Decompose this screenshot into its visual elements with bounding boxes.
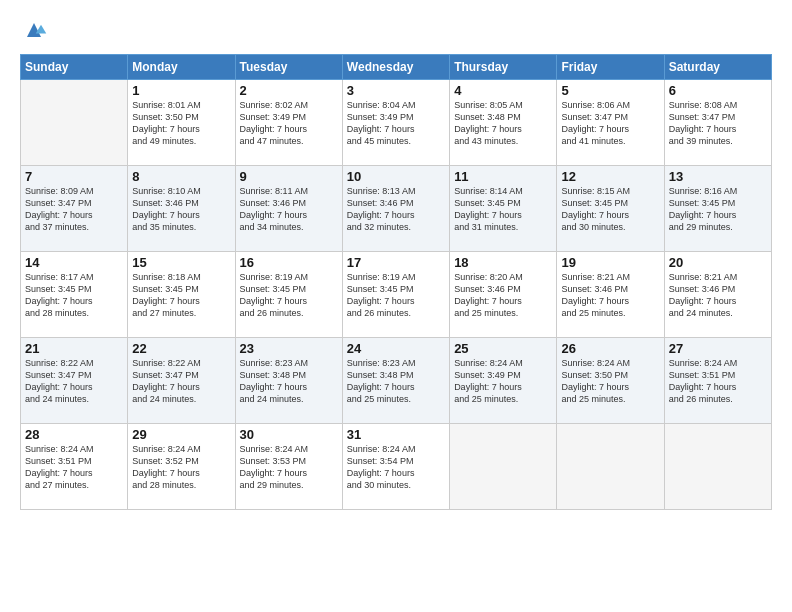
calendar-cell: 4Sunrise: 8:05 AM Sunset: 3:48 PM Daylig…	[450, 80, 557, 166]
day-number: 16	[240, 255, 338, 270]
calendar-cell	[557, 424, 664, 510]
day-info: Sunrise: 8:10 AM Sunset: 3:46 PM Dayligh…	[132, 185, 230, 234]
day-info: Sunrise: 8:19 AM Sunset: 3:45 PM Dayligh…	[240, 271, 338, 320]
calendar-cell: 18Sunrise: 8:20 AM Sunset: 3:46 PM Dayli…	[450, 252, 557, 338]
day-number: 19	[561, 255, 659, 270]
calendar-week-row: 1Sunrise: 8:01 AM Sunset: 3:50 PM Daylig…	[21, 80, 772, 166]
calendar-cell: 14Sunrise: 8:17 AM Sunset: 3:45 PM Dayli…	[21, 252, 128, 338]
day-header-sunday: Sunday	[21, 55, 128, 80]
day-info: Sunrise: 8:11 AM Sunset: 3:46 PM Dayligh…	[240, 185, 338, 234]
day-info: Sunrise: 8:02 AM Sunset: 3:49 PM Dayligh…	[240, 99, 338, 148]
day-info: Sunrise: 8:24 AM Sunset: 3:54 PM Dayligh…	[347, 443, 445, 492]
day-info: Sunrise: 8:21 AM Sunset: 3:46 PM Dayligh…	[669, 271, 767, 320]
calendar-cell: 26Sunrise: 8:24 AM Sunset: 3:50 PM Dayli…	[557, 338, 664, 424]
day-info: Sunrise: 8:20 AM Sunset: 3:46 PM Dayligh…	[454, 271, 552, 320]
day-info: Sunrise: 8:23 AM Sunset: 3:48 PM Dayligh…	[347, 357, 445, 406]
day-number: 27	[669, 341, 767, 356]
day-number: 10	[347, 169, 445, 184]
day-header-friday: Friday	[557, 55, 664, 80]
calendar-cell: 28Sunrise: 8:24 AM Sunset: 3:51 PM Dayli…	[21, 424, 128, 510]
calendar-cell: 3Sunrise: 8:04 AM Sunset: 3:49 PM Daylig…	[342, 80, 449, 166]
day-info: Sunrise: 8:15 AM Sunset: 3:45 PM Dayligh…	[561, 185, 659, 234]
header	[20, 16, 772, 44]
day-number: 22	[132, 341, 230, 356]
calendar-week-row: 21Sunrise: 8:22 AM Sunset: 3:47 PM Dayli…	[21, 338, 772, 424]
day-number: 7	[25, 169, 123, 184]
day-number: 25	[454, 341, 552, 356]
day-number: 15	[132, 255, 230, 270]
day-number: 18	[454, 255, 552, 270]
day-header-thursday: Thursday	[450, 55, 557, 80]
day-number: 6	[669, 83, 767, 98]
logo	[20, 16, 52, 44]
calendar-cell: 25Sunrise: 8:24 AM Sunset: 3:49 PM Dayli…	[450, 338, 557, 424]
day-header-wednesday: Wednesday	[342, 55, 449, 80]
calendar-cell: 31Sunrise: 8:24 AM Sunset: 3:54 PM Dayli…	[342, 424, 449, 510]
day-number: 1	[132, 83, 230, 98]
day-number: 5	[561, 83, 659, 98]
day-number: 20	[669, 255, 767, 270]
day-number: 30	[240, 427, 338, 442]
calendar-cell: 6Sunrise: 8:08 AM Sunset: 3:47 PM Daylig…	[664, 80, 771, 166]
day-number: 2	[240, 83, 338, 98]
day-number: 12	[561, 169, 659, 184]
day-number: 8	[132, 169, 230, 184]
day-info: Sunrise: 8:24 AM Sunset: 3:50 PM Dayligh…	[561, 357, 659, 406]
calendar-cell: 16Sunrise: 8:19 AM Sunset: 3:45 PM Dayli…	[235, 252, 342, 338]
day-info: Sunrise: 8:17 AM Sunset: 3:45 PM Dayligh…	[25, 271, 123, 320]
day-header-saturday: Saturday	[664, 55, 771, 80]
day-info: Sunrise: 8:24 AM Sunset: 3:51 PM Dayligh…	[25, 443, 123, 492]
calendar-cell	[450, 424, 557, 510]
day-number: 13	[669, 169, 767, 184]
day-header-tuesday: Tuesday	[235, 55, 342, 80]
calendar-cell: 29Sunrise: 8:24 AM Sunset: 3:52 PM Dayli…	[128, 424, 235, 510]
logo-icon	[20, 16, 48, 44]
day-number: 9	[240, 169, 338, 184]
day-info: Sunrise: 8:24 AM Sunset: 3:53 PM Dayligh…	[240, 443, 338, 492]
day-number: 11	[454, 169, 552, 184]
calendar-cell	[21, 80, 128, 166]
calendar-cell: 23Sunrise: 8:23 AM Sunset: 3:48 PM Dayli…	[235, 338, 342, 424]
calendar-cell: 7Sunrise: 8:09 AM Sunset: 3:47 PM Daylig…	[21, 166, 128, 252]
day-number: 21	[25, 341, 123, 356]
day-info: Sunrise: 8:16 AM Sunset: 3:45 PM Dayligh…	[669, 185, 767, 234]
day-number: 29	[132, 427, 230, 442]
day-number: 26	[561, 341, 659, 356]
calendar: SundayMondayTuesdayWednesdayThursdayFrid…	[20, 54, 772, 510]
page: SundayMondayTuesdayWednesdayThursdayFrid…	[0, 0, 792, 612]
calendar-cell: 19Sunrise: 8:21 AM Sunset: 3:46 PM Dayli…	[557, 252, 664, 338]
day-info: Sunrise: 8:04 AM Sunset: 3:49 PM Dayligh…	[347, 99, 445, 148]
calendar-cell: 22Sunrise: 8:22 AM Sunset: 3:47 PM Dayli…	[128, 338, 235, 424]
calendar-cell: 21Sunrise: 8:22 AM Sunset: 3:47 PM Dayli…	[21, 338, 128, 424]
day-number: 31	[347, 427, 445, 442]
day-info: Sunrise: 8:18 AM Sunset: 3:45 PM Dayligh…	[132, 271, 230, 320]
day-info: Sunrise: 8:14 AM Sunset: 3:45 PM Dayligh…	[454, 185, 552, 234]
day-number: 24	[347, 341, 445, 356]
day-info: Sunrise: 8:06 AM Sunset: 3:47 PM Dayligh…	[561, 99, 659, 148]
calendar-cell: 2Sunrise: 8:02 AM Sunset: 3:49 PM Daylig…	[235, 80, 342, 166]
calendar-cell: 24Sunrise: 8:23 AM Sunset: 3:48 PM Dayli…	[342, 338, 449, 424]
calendar-cell: 17Sunrise: 8:19 AM Sunset: 3:45 PM Dayli…	[342, 252, 449, 338]
day-header-monday: Monday	[128, 55, 235, 80]
calendar-cell	[664, 424, 771, 510]
calendar-week-row: 28Sunrise: 8:24 AM Sunset: 3:51 PM Dayli…	[21, 424, 772, 510]
calendar-cell: 30Sunrise: 8:24 AM Sunset: 3:53 PM Dayli…	[235, 424, 342, 510]
calendar-cell: 5Sunrise: 8:06 AM Sunset: 3:47 PM Daylig…	[557, 80, 664, 166]
day-info: Sunrise: 8:22 AM Sunset: 3:47 PM Dayligh…	[132, 357, 230, 406]
day-info: Sunrise: 8:05 AM Sunset: 3:48 PM Dayligh…	[454, 99, 552, 148]
day-info: Sunrise: 8:22 AM Sunset: 3:47 PM Dayligh…	[25, 357, 123, 406]
day-info: Sunrise: 8:24 AM Sunset: 3:49 PM Dayligh…	[454, 357, 552, 406]
day-number: 14	[25, 255, 123, 270]
calendar-cell: 12Sunrise: 8:15 AM Sunset: 3:45 PM Dayli…	[557, 166, 664, 252]
calendar-cell: 15Sunrise: 8:18 AM Sunset: 3:45 PM Dayli…	[128, 252, 235, 338]
day-info: Sunrise: 8:24 AM Sunset: 3:51 PM Dayligh…	[669, 357, 767, 406]
calendar-cell: 1Sunrise: 8:01 AM Sunset: 3:50 PM Daylig…	[128, 80, 235, 166]
day-info: Sunrise: 8:21 AM Sunset: 3:46 PM Dayligh…	[561, 271, 659, 320]
day-number: 23	[240, 341, 338, 356]
calendar-cell: 27Sunrise: 8:24 AM Sunset: 3:51 PM Dayli…	[664, 338, 771, 424]
day-number: 28	[25, 427, 123, 442]
calendar-cell: 20Sunrise: 8:21 AM Sunset: 3:46 PM Dayli…	[664, 252, 771, 338]
calendar-cell: 13Sunrise: 8:16 AM Sunset: 3:45 PM Dayli…	[664, 166, 771, 252]
day-info: Sunrise: 8:01 AM Sunset: 3:50 PM Dayligh…	[132, 99, 230, 148]
day-number: 3	[347, 83, 445, 98]
